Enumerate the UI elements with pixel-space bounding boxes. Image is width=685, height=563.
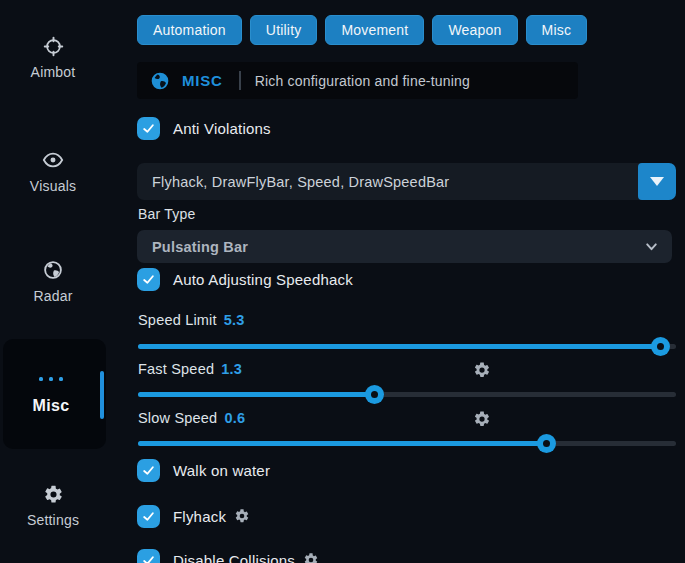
checkbox-label: Flyhack [173, 508, 226, 525]
checkbox-label: Anti Violations [173, 120, 271, 137]
gear-icon [303, 552, 319, 563]
globe-icon [42, 259, 64, 281]
slider-fill [138, 344, 661, 349]
section-title: MISC [182, 72, 223, 89]
checkbox-checked[interactable] [137, 268, 160, 291]
dropdown-value: Pulsating Bar [152, 230, 248, 263]
tab-misc[interactable]: Misc [526, 15, 588, 45]
multiselect-expand-button[interactable] [638, 163, 676, 200]
sidebar-item-label: Visuals [0, 178, 106, 194]
eye-icon [42, 149, 64, 171]
sidebar-item-label: Misc [3, 397, 99, 415]
check-icon [142, 122, 155, 135]
separator [239, 71, 241, 90]
checkbox-label: Auto Adjusting Speedhack [173, 271, 353, 288]
chevron-down-icon [644, 239, 659, 254]
slider-handle[interactable] [365, 385, 384, 404]
slider-fill [138, 392, 375, 397]
gear-icon [234, 508, 250, 524]
disable-collisions-gear-button[interactable] [303, 552, 319, 563]
tab-utility[interactable]: Utility [250, 15, 318, 45]
check-icon [142, 510, 155, 523]
gear-icon [473, 361, 491, 379]
check-icon [142, 273, 155, 286]
flyhack-gear-button[interactable] [234, 508, 250, 524]
checkbox-checked[interactable] [137, 459, 160, 482]
tab-automation[interactable]: Automation [137, 15, 242, 45]
slider-label: Speed Limit [138, 312, 217, 328]
tab-movement[interactable]: Movement [325, 15, 424, 45]
section-header: MISC Rich configuration and fine-tuning [137, 62, 578, 99]
sidebar-item-aimbot[interactable]: Aimbot [0, 36, 106, 80]
bar-type-label: Bar Type [138, 206, 195, 222]
cheat-menu-window: Aimbot Visuals Radar Misc [0, 0, 685, 563]
fast-speed-slider[interactable] [138, 392, 676, 397]
triangle-down-icon [650, 177, 664, 186]
anti-violations-checkbox-row[interactable]: Anti Violations [137, 116, 271, 140]
fast-speed-gear-button[interactable] [473, 361, 491, 379]
slider-value: 0.6 [224, 410, 245, 426]
slow-speed-slider[interactable] [138, 441, 676, 446]
active-indicator-bar [100, 371, 104, 419]
bars-multiselect[interactable]: Flyhack, DrawFlyBar, Speed, DrawSpeedBar [137, 163, 676, 200]
speed-limit-label: Speed Limit5.3 [138, 312, 245, 328]
sidebar-item-misc-selected[interactable]: Misc [3, 339, 106, 449]
category-tabs: Automation Utility Movement Weapon Misc [137, 15, 587, 45]
slider-value: 5.3 [224, 312, 245, 328]
walk-on-water-checkbox-row[interactable]: Walk on water [137, 458, 270, 482]
auto-adjusting-speedhack-checkbox-row[interactable]: Auto Adjusting Speedhack [137, 267, 353, 291]
flyhack-checkbox-row[interactable]: Flyhack [137, 504, 250, 528]
slider-value: 1.3 [221, 361, 242, 377]
section-subtitle: Rich configuration and fine-tuning [255, 73, 470, 89]
multiselect-value: Flyhack, DrawFlyBar, Speed, DrawSpeedBar [152, 163, 449, 200]
checkbox-checked[interactable] [137, 505, 160, 528]
slider-handle[interactable] [537, 434, 556, 453]
slow-speed-label: Slow Speed0.6 [138, 410, 245, 426]
crosshair-icon [43, 36, 64, 57]
bar-type-dropdown[interactable]: Pulsating Bar [137, 230, 672, 263]
sidebar-item-visuals[interactable]: Visuals [0, 149, 106, 194]
sidebar-item-label: Settings [0, 512, 106, 528]
tab-weapon[interactable]: Weapon [432, 15, 517, 45]
sidebar-item-label: Radar [0, 288, 106, 304]
check-icon [142, 554, 155, 563]
sidebar-item-settings[interactable]: Settings [0, 484, 106, 528]
check-icon [142, 464, 155, 477]
gear-icon [43, 484, 64, 505]
checkbox-checked[interactable] [137, 549, 160, 563]
globe-icon [150, 71, 170, 91]
slider-handle[interactable] [651, 337, 670, 356]
slider-fill [138, 441, 547, 446]
checkbox-label: Walk on water [173, 462, 270, 479]
checkbox-checked[interactable] [137, 117, 160, 140]
fast-speed-label: Fast Speed1.3 [138, 361, 242, 377]
ellipsis-icon [3, 377, 99, 381]
checkbox-label: Disable Collisions [173, 552, 295, 563]
sidebar-item-radar[interactable]: Radar [0, 259, 106, 304]
speed-limit-slider[interactable] [138, 344, 676, 349]
slider-label: Fast Speed [138, 361, 214, 377]
slow-speed-gear-button[interactable] [473, 410, 491, 428]
slider-label: Slow Speed [138, 410, 217, 426]
disable-collisions-checkbox-row[interactable]: Disable Collisions [137, 548, 319, 563]
gear-icon [473, 410, 491, 428]
content-panel: Automation Utility Movement Weapon Misc … [137, 0, 685, 563]
sidebar-item-label: Aimbot [0, 64, 106, 80]
